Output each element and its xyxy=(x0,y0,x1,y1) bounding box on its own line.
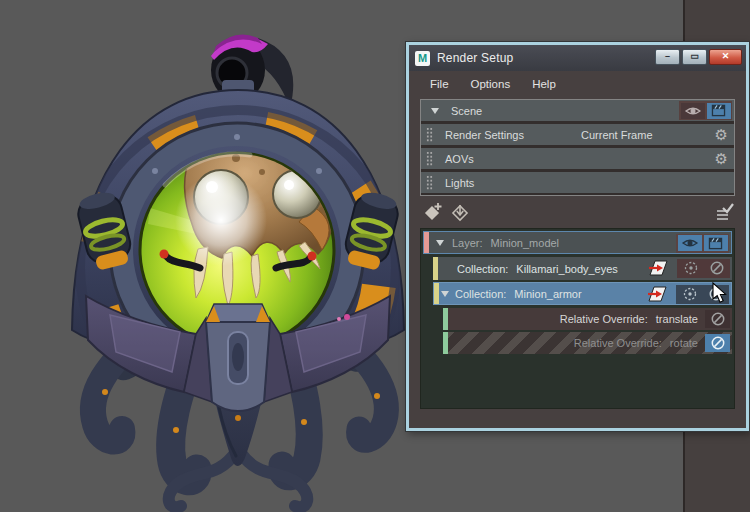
model-filter-target-icon xyxy=(683,260,699,276)
menubar: File Options Help xyxy=(409,71,746,97)
collection-color-tag xyxy=(433,257,438,280)
layer-color-tag xyxy=(424,232,429,253)
collection-name: Minion_armor xyxy=(514,288,581,300)
isolate-select-button[interactable] xyxy=(647,286,667,302)
maximize-button[interactable]: ▭ xyxy=(682,49,707,65)
collection-toggles xyxy=(677,259,730,278)
window-title: Render Setup xyxy=(437,51,513,65)
isolate-select-button[interactable] xyxy=(648,260,668,276)
eye-icon xyxy=(685,105,701,117)
create-layer-icon xyxy=(422,201,444,223)
layer-toolbar xyxy=(420,201,735,225)
visibility-toggle[interactable] xyxy=(681,103,705,119)
isolate-select-icon xyxy=(648,260,668,276)
disable-toggle[interactable] xyxy=(705,334,730,352)
aovs-row[interactable]: AOVs ⚙ xyxy=(421,148,734,169)
render-settings-label: Render Settings xyxy=(445,129,524,141)
override-color-tag xyxy=(443,332,448,354)
disable-icon xyxy=(710,335,726,351)
collection-type-label: Collection: xyxy=(455,288,506,300)
scene-toggles xyxy=(679,101,732,120)
maya-screen: M Render Setup – ▭ ✕ File Options Help S… xyxy=(0,0,750,512)
override-row-rotate-disabled[interactable]: Relative Override: rotate xyxy=(443,332,732,354)
titlebar[interactable]: M Render Setup – ▭ ✕ xyxy=(409,45,746,71)
layer-type-label: Layer: xyxy=(452,237,483,249)
filter-toggle[interactable] xyxy=(678,286,702,302)
collection-type-label: Collection: xyxy=(457,263,508,275)
override-type-label: Relative Override: xyxy=(574,337,662,349)
scene-panel: Scene xyxy=(420,99,735,196)
disable-icon xyxy=(710,311,726,327)
collection-name: Killamari_body_eyes xyxy=(516,263,618,275)
menu-help[interactable]: Help xyxy=(532,78,556,90)
mouse-cursor xyxy=(712,282,730,306)
override-color-tag xyxy=(443,308,448,330)
menu-options[interactable]: Options xyxy=(471,78,511,90)
expand-triangle-icon[interactable] xyxy=(431,108,439,114)
override-row-translate[interactable]: Relative Override: translate xyxy=(443,308,732,330)
disable-icon xyxy=(709,260,725,276)
visibility-toggle[interactable] xyxy=(678,235,702,251)
scene-header-row[interactable]: Scene xyxy=(421,100,734,121)
sort-filter-icon xyxy=(715,203,734,221)
layer-row-minion-model[interactable]: Layer: Minion_model xyxy=(423,231,732,254)
override-type-label: Relative Override: xyxy=(560,313,648,325)
expand-triangle-icon[interactable] xyxy=(441,291,449,297)
scene-label: Scene xyxy=(451,105,482,117)
layer-toggles xyxy=(676,234,729,253)
aovs-label: AOVs xyxy=(445,153,474,165)
drag-handle[interactable] xyxy=(426,175,433,190)
create-collection-button[interactable] xyxy=(450,201,472,223)
minimize-button[interactable]: – xyxy=(655,49,680,65)
eye-icon xyxy=(682,237,698,249)
gear-icon[interactable]: ⚙ xyxy=(715,149,728,168)
override-name: translate xyxy=(656,313,698,325)
lights-row[interactable]: Lights xyxy=(421,172,734,193)
disable-toggle[interactable] xyxy=(705,310,730,328)
maya-logo-icon: M xyxy=(415,51,430,66)
renderable-toggle[interactable] xyxy=(704,235,728,251)
create-collection-icon xyxy=(450,201,472,223)
gear-icon[interactable]: ⚙ xyxy=(715,125,728,144)
override-name: rotate xyxy=(670,337,698,349)
collection-row-minion-armor[interactable]: Collection: Minion_armor xyxy=(433,282,732,305)
model-filter-target-icon xyxy=(682,286,698,302)
layer-name: Minion_model xyxy=(491,237,559,249)
render-settings-row[interactable]: Render Settings Current Frame ⚙ xyxy=(421,124,734,145)
close-button[interactable]: ✕ xyxy=(709,49,742,65)
drag-handle[interactable] xyxy=(426,151,433,166)
isolate-select-icon xyxy=(647,286,667,302)
renderable-clapperboard-icon xyxy=(711,104,726,117)
render-setup-window: M Render Setup – ▭ ✕ File Options Help S… xyxy=(406,42,749,431)
expand-triangle-icon[interactable] xyxy=(436,240,444,246)
menu-file[interactable]: File xyxy=(430,78,449,90)
sort-filter-button[interactable] xyxy=(713,201,735,223)
render-settings-value: Current Frame xyxy=(581,129,653,141)
filter-toggle[interactable] xyxy=(679,260,703,276)
renderable-toggle[interactable] xyxy=(707,103,731,119)
collection-color-tag xyxy=(434,283,439,304)
disable-toggle[interactable] xyxy=(705,260,729,276)
drag-handle[interactable] xyxy=(426,127,433,142)
lights-label: Lights xyxy=(445,177,474,189)
create-layer-button[interactable] xyxy=(422,201,444,223)
collection-row-killamari-body-eyes[interactable]: Collection: Killamari_body_eyes xyxy=(433,257,732,280)
layer-tree[interactable]: Layer: Minion_model xyxy=(420,228,735,409)
renderable-clapperboard-icon xyxy=(708,237,723,250)
